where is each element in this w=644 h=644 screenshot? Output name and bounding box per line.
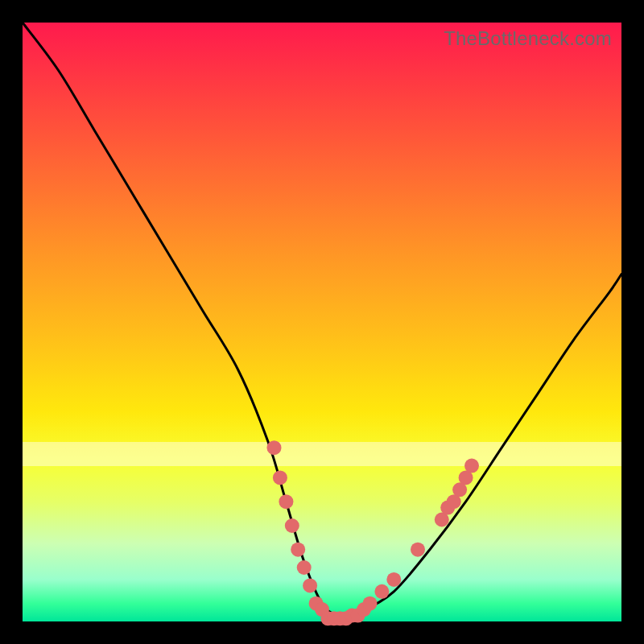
curve-marker bbox=[279, 494, 293, 509]
curve-marker bbox=[303, 578, 317, 592]
curve-marker bbox=[297, 560, 312, 575]
curve-marker bbox=[386, 572, 401, 587]
curve-marker bbox=[411, 543, 425, 557]
bottleneck-curve bbox=[23, 23, 621, 616]
chart-plot-area: TheBottleneck.com bbox=[23, 23, 621, 621]
curve-markers bbox=[267, 440, 480, 625]
curve-marker bbox=[273, 470, 287, 485]
curve-marker bbox=[464, 459, 479, 473]
curve-marker bbox=[291, 543, 305, 557]
curve-marker bbox=[285, 518, 299, 533]
curve-marker bbox=[374, 584, 389, 599]
chart-svg bbox=[23, 23, 621, 621]
chart-frame: TheBottleneck.com bbox=[0, 0, 644, 644]
curve-marker bbox=[267, 440, 282, 455]
watermark-text: TheBottleneck.com bbox=[444, 27, 612, 50]
curve-marker bbox=[363, 597, 378, 611]
